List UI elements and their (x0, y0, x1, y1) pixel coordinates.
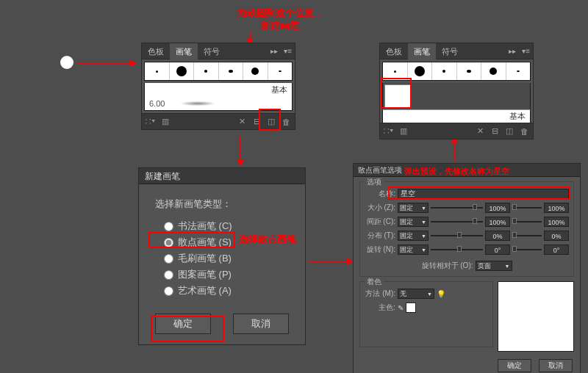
tab-brushes[interactable]: 画笔 (408, 43, 436, 59)
ok-button[interactable]: 确定 (155, 314, 211, 334)
brush-swatch[interactable] (268, 62, 293, 80)
brush-swatch[interactable] (506, 62, 531, 80)
group-color: 着色 方法 (M): 无▼ 💡 主色: ✎ (359, 281, 493, 347)
panel-collapse-icon[interactable]: ▸▸ (506, 47, 519, 55)
remove-stroke-icon[interactable]: ✕ (474, 126, 486, 137)
new-brush-dialog: 新建画笔 选择新画笔类型： 书法画笔 (C) 散点画笔 (S) 毛刷画笔 (B)… (138, 167, 306, 345)
options-icon[interactable]: ⊟ (489, 126, 501, 137)
size-val[interactable]: 100% (485, 203, 510, 213)
new-brush-row (382, 83, 531, 109)
new-brush-icon[interactable]: ◫ (503, 126, 515, 137)
tip-icon[interactable]: 💡 (437, 290, 445, 298)
group-label: 选项 (365, 177, 384, 187)
panel-tabs: 色板 画笔 符号 ▸▸ ▾≡ (142, 43, 295, 59)
spacing-mode[interactable]: 固定▼ (398, 217, 429, 227)
radio-label: 散点画笔 (S) (178, 236, 232, 249)
spacing-slider2[interactable] (512, 220, 542, 223)
panel-footer: ⸬▾ ▥ ✕ ⊟ ◫ 🗑 (380, 123, 533, 139)
brush-swatches (382, 62, 531, 81)
spacing-label: 间距 (C): (365, 217, 395, 227)
method-select[interactable]: 无▼ (398, 289, 434, 299)
tab-symbols[interactable]: 符号 (436, 43, 464, 59)
brush-swatch[interactable] (383, 62, 408, 80)
brush-swatch[interactable] (170, 62, 195, 80)
size-slider2[interactable] (512, 206, 542, 209)
brush-swatch[interactable] (432, 62, 457, 80)
dialog-title: 新建画笔 (139, 168, 305, 184)
arrow-up-1 (450, 137, 459, 162)
spacing-slider[interactable] (431, 220, 483, 223)
libraries-icon[interactable]: ▥ (159, 116, 171, 128)
keycolor-swatch[interactable] (406, 303, 416, 313)
brushes-panel-2: 色板 画笔 符号 ▸▸ ▾≡ 基本 ⸬▾ ▥ ✕ ⊟ ◫ 🗑 (379, 43, 534, 140)
scatter-val[interactable]: 0% (485, 231, 510, 241)
tab-brushes[interactable]: 画笔 (170, 43, 198, 59)
panel-menu-icon[interactable]: ▾≡ (519, 47, 533, 55)
brush-swatch[interactable] (481, 62, 506, 80)
size-mode[interactable]: 固定▼ (398, 203, 429, 213)
radio-label: 图案画笔 (P) (178, 268, 232, 281)
delete-icon[interactable]: 🗑 (518, 126, 530, 137)
brush-row-label: 基本 (382, 109, 531, 123)
size-label: 大小 (Z): (365, 203, 395, 213)
name-input[interactable] (398, 189, 569, 199)
libraries-icon[interactable]: ▥ (398, 126, 409, 137)
rotation-mode[interactable]: 固定▼ (398, 245, 429, 255)
dialog-prompt: 选择新画笔类型： (155, 198, 289, 211)
brush-swatch[interactable] (219, 62, 244, 80)
size-slider[interactable] (431, 206, 483, 209)
arrow-down-1 (236, 137, 245, 166)
radio-calligraphic[interactable]: 书法画笔 (C) (164, 220, 289, 233)
brush-swatch[interactable] (408, 62, 433, 80)
brush-swatch[interactable] (194, 62, 219, 80)
radio-label: 毛刷画笔 (B) (178, 252, 232, 265)
scatter-slider2[interactable] (512, 234, 542, 237)
rotation-rel-label: 旋转相对于 (O): (422, 261, 473, 271)
scatter-mode[interactable]: 固定▼ (398, 231, 429, 241)
tab-swatches[interactable]: 色板 (380, 43, 408, 59)
library-icon[interactable]: ⸬▾ (383, 126, 395, 137)
spacing-val[interactable]: 100% (485, 217, 510, 227)
brush-swatch[interactable] (145, 62, 170, 80)
cancel-button[interactable]: 取消 (233, 314, 289, 334)
anno-drag: 拖动圆到这个位置，新建画笔 (218, 7, 343, 32)
arrow-right-2 (309, 257, 353, 266)
method-label: 方法 (M): (365, 289, 395, 299)
brush-row-label: 基本 (144, 83, 293, 96)
radio-label: 艺术画笔 (A) (178, 284, 232, 297)
name-label: 名称: (365, 189, 395, 199)
keycolor-label: 主色: (365, 303, 395, 313)
scatter-val2[interactable]: 0% (544, 231, 569, 241)
spacing-val2[interactable]: 100% (544, 217, 569, 227)
ruler-value: 6.00 (149, 99, 165, 108)
panel-collapse-icon[interactable]: ▸▸ (268, 47, 281, 55)
ok-button[interactable]: 确定 (498, 359, 531, 372)
brush-swatch[interactable] (243, 62, 268, 80)
tab-symbols[interactable]: 符号 (198, 43, 226, 59)
new-scatter-brush[interactable] (384, 84, 411, 108)
radio-art[interactable]: 艺术画笔 (A) (164, 284, 289, 297)
remove-stroke-icon[interactable]: ✕ (236, 116, 248, 128)
rotation-slider2[interactable] (512, 248, 542, 251)
library-icon[interactable]: ⸬▾ (145, 116, 157, 128)
cancel-button[interactable]: 取消 (539, 359, 573, 372)
radio-label: 书法画笔 (C) (178, 220, 232, 233)
brush-swatch[interactable] (457, 62, 482, 80)
basic-label: 基本 (509, 111, 526, 122)
radio-pattern[interactable]: 图案画笔 (P) (164, 268, 289, 281)
rotation-slider[interactable] (431, 248, 483, 251)
brushes-panel-1: 色板 画笔 符号 ▸▸ ▾≡ 基本 6.00 ⸬▾ ▥ ✕ ⊟ ◫ 🗑 (141, 43, 295, 130)
tab-swatches[interactable]: 色板 (142, 43, 170, 59)
scatter-slider[interactable] (431, 234, 483, 237)
delete-icon[interactable]: 🗑 (280, 116, 292, 128)
panel-menu-icon[interactable]: ▾≡ (281, 47, 295, 55)
rotation-val2[interactable]: 0° (544, 245, 569, 255)
arrow-right-1 (77, 59, 136, 68)
eyedropper-icon[interactable]: ✎ (398, 304, 404, 312)
rotation-val[interactable]: 0° (485, 245, 510, 255)
new-brush-icon[interactable]: ◫ (265, 116, 277, 128)
rotation-rel[interactable]: 页面▼ (476, 261, 512, 271)
size-val2[interactable]: 100% (544, 203, 569, 213)
radio-bristle[interactable]: 毛刷画笔 (B) (164, 252, 289, 265)
options-icon[interactable]: ⊟ (251, 116, 262, 128)
